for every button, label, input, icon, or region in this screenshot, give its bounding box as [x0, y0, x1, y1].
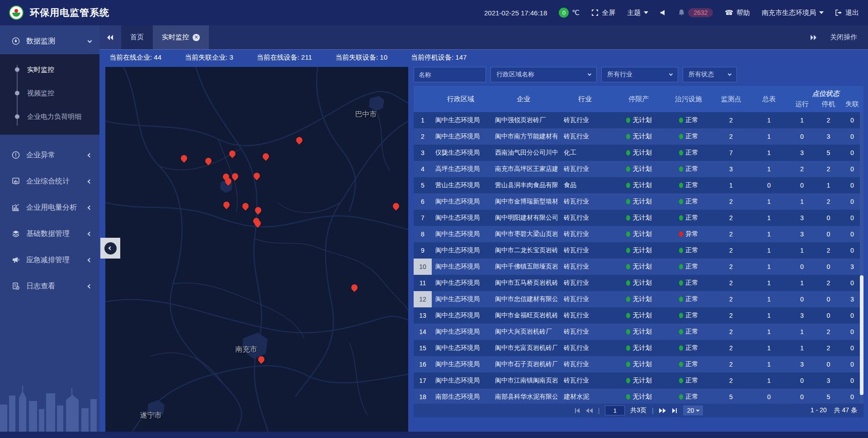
tabs-scroll-left-button[interactable]	[99, 25, 121, 49]
cell-region: 阆中生态环境局	[432, 275, 490, 291]
prev-page-button[interactable]	[586, 408, 593, 413]
region-filter-select[interactable]: 行政区域名称	[491, 67, 597, 82]
cell-company: 阆中市金博瑞新型墙材	[490, 193, 557, 210]
cell-monitor-points: 2	[712, 210, 750, 226]
help-button[interactable]: ☎ 帮助	[725, 9, 750, 17]
sidebar-item-emergency-reduction[interactable]: 应急减排管理	[0, 247, 99, 273]
status-dot	[626, 345, 630, 351]
table-row[interactable]: 17阆中生态环境局阆中市江南镇阆南页岩砖瓦行业无计划正常21030	[414, 372, 863, 389]
chevron-down-icon	[819, 11, 824, 14]
map-pin[interactable]	[254, 219, 261, 229]
map-collapse-toggle[interactable]	[100, 238, 120, 259]
close-operations-button[interactable]: 关闭操作	[830, 33, 857, 42]
map-pin[interactable]	[296, 136, 303, 146]
cell-meters: 1	[750, 324, 788, 340]
sidebar-item-base-data[interactable]: 基础数据管理	[0, 221, 99, 247]
org-dropdown[interactable]: 南充市生态环境局	[762, 9, 824, 17]
sidebar-item-log-view[interactable]: 日志查看	[0, 273, 99, 299]
cell-monitor-points: 2	[712, 356, 750, 372]
first-page-button[interactable]	[574, 408, 580, 413]
page-size-select[interactable]: 20	[683, 405, 703, 415]
table-row[interactable]: 15阆中生态环境局阆中市光富页岩机砖厂砖瓦行业无计划正常21120	[414, 340, 863, 356]
map-pin[interactable]	[229, 150, 236, 160]
map-pin[interactable]	[258, 355, 265, 365]
cell-company: 阆中市忠信建材有限公	[490, 291, 557, 307]
sidebar-submenu: 实时监控 视频监控 企业电力负荷明细	[0, 54, 99, 135]
sidebar-item-data-monitoring[interactable]: 数据监测	[0, 28, 99, 54]
sidebar-item-power-load-detail[interactable]: 企业电力负荷明细	[0, 105, 99, 128]
map-pin[interactable]	[242, 202, 249, 212]
status-filter-select[interactable]: 所有状态	[683, 67, 737, 82]
table-row[interactable]: 4高坪生态环境局南充市高坪区王家店建砖瓦行业无计划正常31220	[414, 161, 863, 177]
cell-industry: 化工	[557, 145, 613, 161]
cell-row-number: 13	[414, 307, 432, 324]
col-header-stop-production: 停限产	[613, 86, 665, 112]
table-row[interactable]: 18南部生态环境局南部县科华水泥有限公建材水泥无计划正常50050	[414, 389, 863, 404]
table-row[interactable]: 3仪陇生态环境局西南油气田分公司川中化工无计划正常71350	[414, 145, 863, 161]
col-header-meters: 总表	[750, 86, 788, 112]
cell-meters: 1	[750, 259, 788, 275]
last-page-button[interactable]	[671, 408, 678, 413]
industry-filter-select[interactable]: 所有行业	[601, 67, 678, 82]
table-row[interactable]: 1阆中生态环境局阆中强锐页岩砖厂砖瓦行业无计划正常21120	[414, 112, 863, 128]
table-row[interactable]: 14阆中生态环境局阆中大兴页岩机砖厂砖瓦行业无计划正常21120	[414, 324, 863, 340]
map-pin[interactable]	[223, 201, 230, 211]
cell-meters: 1	[750, 372, 788, 389]
cell-row-number: 18	[414, 389, 432, 404]
table-row[interactable]: 13阆中生态环境局阆中市金福旺页岩机砖砖瓦行业无计划正常21300	[414, 307, 863, 324]
theme-dropdown[interactable]: 主题	[627, 9, 648, 17]
fullscreen-button[interactable]: 全屏	[591, 9, 615, 17]
map-pin[interactable]	[351, 283, 358, 293]
stat-online-devices: 当前在线设备: 211	[257, 53, 312, 62]
cell-industry: 砖瓦行业	[557, 259, 613, 275]
tab-home[interactable]: 首页	[121, 25, 153, 49]
table-row[interactable]: 10阆中生态环境局阆中千佛镇五郎垭页岩砖瓦行业无计划正常21003	[414, 259, 863, 275]
map-pin[interactable]	[225, 177, 232, 187]
sidebar-item-power-analysis[interactable]: 企业用电量分析	[0, 194, 99, 221]
sidebar-item-video-monitoring[interactable]: 视频监控	[0, 81, 99, 105]
speaker-icon	[660, 9, 666, 16]
sidebar-item-enterprise-statistics[interactable]: 企业综合统计	[0, 168, 99, 194]
table-row[interactable]: 9阆中生态环境局阆中市二龙长宝页岩砖砖瓦行业无计划正常21120	[414, 242, 863, 259]
chevron-down-icon	[588, 72, 591, 75]
cell-stop-production: 无计划	[613, 372, 665, 389]
table-row[interactable]: 11阆中生态环境局阆中市五马桥页岩机砖砖瓦行业无计划正常21120	[414, 275, 863, 291]
double-arrow-right-icon[interactable]	[810, 35, 816, 40]
map-pin[interactable]	[392, 202, 400, 212]
cell-meters: 1	[750, 242, 788, 259]
scrollbar-thumb[interactable]	[860, 275, 863, 395]
tab-close-icon[interactable]: ✕	[193, 34, 200, 41]
table-row[interactable]: 7阆中生态环境局阆中明阳建材有限公司砖瓦行业无计划正常21300	[414, 210, 863, 226]
table-row[interactable]: 16阆中生态环境局阆中市石子页岩机砖厂砖瓦行业无计划正常21300	[414, 356, 863, 372]
table-scrollbar[interactable]	[860, 112, 863, 404]
cell-industry: 砖瓦行业	[557, 210, 613, 226]
map-panel[interactable]: 巴中市南充市遂宁市	[105, 67, 408, 432]
sidebar-item-realtime-monitoring[interactable]: 实时监控	[0, 58, 99, 81]
map-pin[interactable]	[255, 206, 262, 216]
status-dot	[679, 166, 683, 172]
table-row[interactable]: 2阆中生态环境局阆中市南方节能建材有砖瓦行业无计划正常21030	[414, 128, 863, 145]
mute-button[interactable]	[660, 9, 666, 16]
name-filter-input[interactable]	[414, 67, 486, 82]
table-row[interactable]: 6阆中生态环境局阆中市金博瑞新型墙材砖瓦行业无计划正常21120	[414, 193, 863, 210]
cell-region: 阆中生态环境局	[432, 340, 490, 356]
table-row[interactable]: 5营山生态环境局营山县润丰肉食品有限食品无计划正常10010	[414, 177, 863, 193]
status-dot	[679, 248, 683, 253]
map-pin[interactable]	[205, 157, 212, 167]
cell-row-number: 3	[414, 145, 432, 161]
map-pin[interactable]	[180, 154, 188, 164]
notifications[interactable]: 2632	[678, 8, 713, 17]
logout-button[interactable]: 退出	[835, 9, 859, 17]
table-row[interactable]: 12阆中生态环境局阆中市忠信建材有限公砖瓦行业无计划正常21003	[414, 291, 863, 307]
table-row[interactable]: 8阆中生态环境局阆中市枣碧大梁山页岩砖瓦行业无计划异常21300	[414, 226, 863, 242]
row-range-label: 1 - 20	[811, 406, 827, 414]
next-page-button[interactable]	[659, 408, 666, 413]
page-number-input[interactable]	[605, 405, 625, 415]
map-pin[interactable]	[262, 152, 269, 162]
map-pin[interactable]	[253, 172, 260, 182]
sidebar-item-enterprise-abnormal[interactable]: 企业异常	[0, 142, 99, 168]
map-pin[interactable]	[231, 172, 239, 182]
status-dot	[679, 118, 683, 123]
tab-realtime-monitoring[interactable]: 实时监控 ✕	[153, 25, 209, 49]
page-bottom-bar	[0, 432, 868, 438]
